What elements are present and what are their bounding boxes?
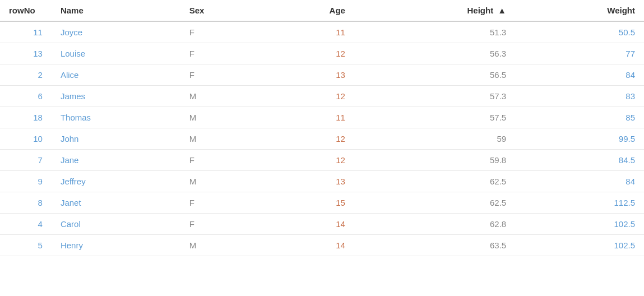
- cell-name: Jeffrey: [52, 171, 180, 192]
- cell-weight: 84: [515, 64, 644, 86]
- cell-height: 51.3: [354, 21, 515, 43]
- cell-name: Henry: [52, 235, 180, 256]
- cell-age: 15: [258, 192, 354, 214]
- table-row: 2AliceF1356.584: [0, 64, 644, 86]
- cell-height: 62.8: [354, 214, 515, 235]
- table-row: 7JaneF1259.884.5: [0, 150, 644, 171]
- cell-age: 11: [258, 21, 354, 43]
- cell-weight: 85: [515, 107, 644, 128]
- cell-rowno: 13: [0, 43, 52, 64]
- col-header-weight-label: Weight: [607, 6, 635, 15]
- sort-asc-icon: ▲: [498, 6, 506, 15]
- cell-rowno: 7: [0, 150, 52, 171]
- cell-age: 14: [258, 235, 354, 256]
- col-header-sex[interactable]: Sex: [180, 0, 258, 21]
- cell-name: Alice: [52, 64, 180, 86]
- cell-rowno: 11: [0, 21, 52, 43]
- cell-sex: M: [180, 107, 258, 128]
- cell-sex: F: [180, 214, 258, 235]
- table-row: 4CarolF1462.8102.5: [0, 214, 644, 235]
- cell-name: Carol: [52, 214, 180, 235]
- col-header-rowno[interactable]: rowNo: [0, 0, 52, 21]
- data-table: rowNo Name Sex Age Height ▲ Weight 11Joy…: [0, 0, 644, 256]
- cell-age: 13: [258, 171, 354, 192]
- cell-height: 62.5: [354, 192, 515, 214]
- cell-weight: 84.5: [515, 150, 644, 171]
- cell-name: Thomas: [52, 107, 180, 128]
- cell-height: 56.5: [354, 64, 515, 86]
- table-row: 11JoyceF1151.350.5: [0, 21, 644, 43]
- cell-sex: F: [180, 64, 258, 86]
- cell-weight: 112.5: [515, 192, 644, 214]
- cell-rowno: 8: [0, 192, 52, 214]
- cell-name: Joyce: [52, 21, 180, 43]
- cell-weight: 50.5: [515, 21, 644, 43]
- cell-sex: M: [180, 171, 258, 192]
- cell-name: Louise: [52, 43, 180, 64]
- cell-weight: 77: [515, 43, 644, 64]
- cell-age: 12: [258, 86, 354, 107]
- col-header-height[interactable]: Height ▲: [354, 0, 515, 21]
- cell-height: 57.5: [354, 107, 515, 128]
- cell-height: 63.5: [354, 235, 515, 256]
- cell-height: 56.3: [354, 43, 515, 64]
- col-header-age[interactable]: Age: [258, 0, 354, 21]
- cell-sex: M: [180, 235, 258, 256]
- cell-age: 12: [258, 150, 354, 171]
- col-header-name-label: Name: [61, 6, 84, 15]
- cell-sex: F: [180, 150, 258, 171]
- table-row: 5HenryM1463.5102.5: [0, 235, 644, 256]
- col-header-name[interactable]: Name: [52, 0, 180, 21]
- cell-name: James: [52, 86, 180, 107]
- cell-age: 13: [258, 64, 354, 86]
- cell-sex: F: [180, 21, 258, 43]
- cell-rowno: 18: [0, 107, 52, 128]
- cell-name: Janet: [52, 192, 180, 214]
- cell-rowno: 5: [0, 235, 52, 256]
- cell-height: 57.3: [354, 86, 515, 107]
- table-row: 18ThomasM1157.585: [0, 107, 644, 128]
- cell-weight: 102.5: [515, 214, 644, 235]
- cell-sex: F: [180, 43, 258, 64]
- cell-height: 62.5: [354, 171, 515, 192]
- cell-name: Jane: [52, 150, 180, 171]
- cell-sex: F: [180, 192, 258, 214]
- col-header-weight[interactable]: Weight: [515, 0, 644, 21]
- table-row: 6JamesM1257.383: [0, 86, 644, 107]
- cell-rowno: 10: [0, 128, 52, 150]
- cell-weight: 102.5: [515, 235, 644, 256]
- cell-rowno: 4: [0, 214, 52, 235]
- cell-age: 14: [258, 214, 354, 235]
- col-header-rowno-label: rowNo: [9, 6, 35, 15]
- cell-height: 59: [354, 128, 515, 150]
- cell-weight: 83: [515, 86, 644, 107]
- cell-sex: M: [180, 128, 258, 150]
- col-header-age-label: Age: [330, 6, 345, 15]
- cell-rowno: 9: [0, 171, 52, 192]
- table-row: 13LouiseF1256.377: [0, 43, 644, 64]
- table-body: 11JoyceF1151.350.513LouiseF1256.3772Alic…: [0, 21, 644, 256]
- table-row: 8JanetF1562.5112.5: [0, 192, 644, 214]
- cell-age: 11: [258, 107, 354, 128]
- cell-age: 12: [258, 128, 354, 150]
- col-header-height-label: Height: [467, 6, 493, 15]
- cell-sex: M: [180, 86, 258, 107]
- cell-age: 12: [258, 43, 354, 64]
- table-row: 9JeffreyM1362.584: [0, 171, 644, 192]
- table-header-row: rowNo Name Sex Age Height ▲ Weight: [0, 0, 644, 21]
- cell-weight: 84: [515, 171, 644, 192]
- cell-name: John: [52, 128, 180, 150]
- cell-rowno: 2: [0, 64, 52, 86]
- cell-weight: 99.5: [515, 128, 644, 150]
- cell-rowno: 6: [0, 86, 52, 107]
- col-header-sex-label: Sex: [189, 6, 205, 15]
- cell-height: 59.8: [354, 150, 515, 171]
- table-row: 10JohnM125999.5: [0, 128, 644, 150]
